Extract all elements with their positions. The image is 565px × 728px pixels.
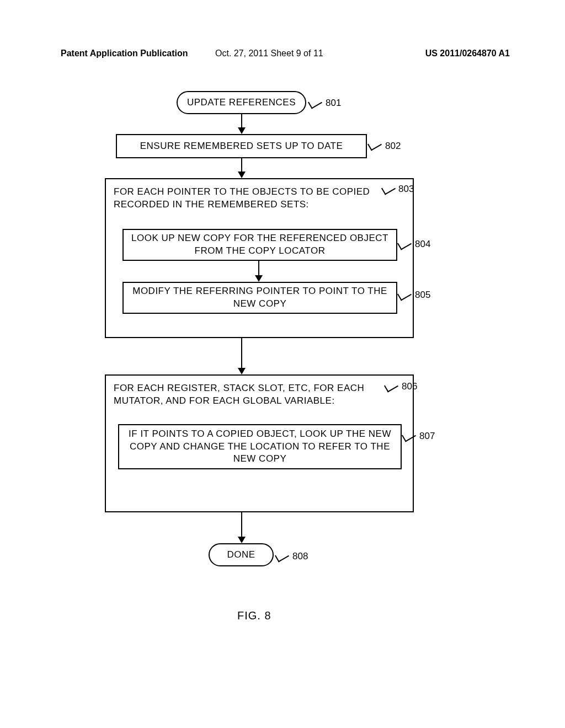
callout-804: 804 <box>415 239 430 250</box>
callout-802: 802 <box>385 141 401 152</box>
node-done: DONE <box>209 543 274 566</box>
node-if-points-copied: IF IT POINTS TO A COPIED OBJECT, LOOK UP… <box>118 424 402 469</box>
page-header: Patent Application Publication Oct. 27, … <box>61 49 510 58</box>
node-805-text: MODIFY THE REFERRING POINTER TO POINT TO… <box>130 285 390 311</box>
callout-803: 803 <box>398 184 414 195</box>
callout-line-801 <box>308 96 322 109</box>
node-802-text: ENSURE REMEMBERED SETS UP TO DATE <box>140 140 343 153</box>
callout-line-802 <box>367 138 382 151</box>
node-ensure-remembered-sets: ENSURE REMEMBERED SETS UP TO DATE <box>116 134 367 158</box>
header-center: Oct. 27, 2011 Sheet 9 of 11 <box>215 49 323 58</box>
node-806-text: FOR EACH REGISTER, STACK SLOT, ETC, FOR … <box>114 382 380 408</box>
callout-808: 808 <box>292 551 308 562</box>
node-807-text: IF IT POINTS TO A COPIED OBJECT, LOOK UP… <box>126 428 394 466</box>
figure-label: FIG. 8 <box>237 609 271 622</box>
header-left: Patent Application Publication <box>61 49 188 58</box>
node-update-references: UPDATE REFERENCES <box>177 91 306 114</box>
node-808-text: DONE <box>227 549 255 561</box>
arrow-line <box>241 158 242 173</box>
callout-807: 807 <box>419 431 435 442</box>
node-modify-pointer: MODIFY THE REFERRING POINTER TO POINT TO… <box>122 282 397 314</box>
arrow-line <box>258 261 259 276</box>
callout-805: 805 <box>415 290 430 301</box>
arrow-line <box>241 114 242 129</box>
callout-806: 806 <box>402 381 417 392</box>
arrow-head <box>255 275 263 282</box>
callout-801: 801 <box>326 98 341 109</box>
node-lookup-new-copy: LOOK UP NEW COPY FOR THE REFERENCED OBJE… <box>122 229 397 261</box>
header-right: US 2011/0264870 A1 <box>425 49 510 58</box>
node-804-text: LOOK UP NEW COPY FOR THE REFERENCED OBJE… <box>130 232 390 258</box>
arrow-head <box>238 368 246 374</box>
arrow-head <box>238 537 246 543</box>
arrow-head <box>238 172 246 178</box>
container-806: FOR EACH REGISTER, STACK SLOT, ETC, FOR … <box>105 374 414 512</box>
arrow-head <box>238 127 246 134</box>
node-801-text: UPDATE REFERENCES <box>187 97 296 109</box>
callout-line-808 <box>275 549 289 562</box>
node-803-text: FOR EACH POINTER TO THE OBJECTS TO BE CO… <box>114 186 380 211</box>
arrow-line <box>241 512 242 538</box>
container-803: FOR EACH POINTER TO THE OBJECTS TO BE CO… <box>105 178 414 338</box>
arrow-line <box>241 338 242 369</box>
